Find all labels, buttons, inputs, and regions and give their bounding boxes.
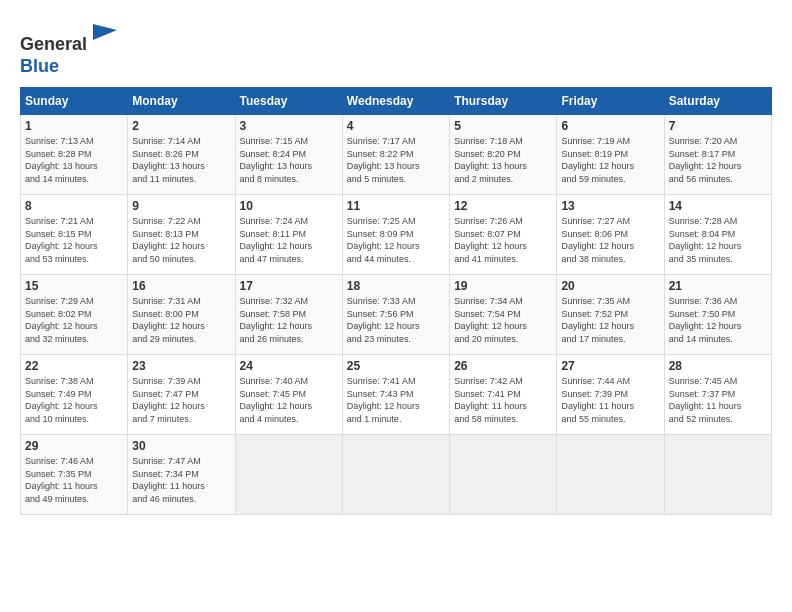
header-day-wednesday: Wednesday (342, 88, 449, 115)
day-info: Sunrise: 7:31 AMSunset: 8:00 PMDaylight:… (132, 295, 230, 345)
day-info: Sunrise: 7:33 AMSunset: 7:56 PMDaylight:… (347, 295, 445, 345)
logo-general: General (20, 34, 87, 54)
day-number: 2 (132, 119, 230, 133)
day-number: 17 (240, 279, 338, 293)
day-number: 27 (561, 359, 659, 373)
day-number: 20 (561, 279, 659, 293)
calendar-cell (450, 435, 557, 515)
logo: General Blue (20, 20, 119, 77)
day-info: Sunrise: 7:15 AMSunset: 8:24 PMDaylight:… (240, 135, 338, 185)
calendar-cell: 6Sunrise: 7:19 AMSunset: 8:19 PMDaylight… (557, 115, 664, 195)
day-info: Sunrise: 7:39 AMSunset: 7:47 PMDaylight:… (132, 375, 230, 425)
calendar-cell (557, 435, 664, 515)
day-number: 16 (132, 279, 230, 293)
day-info: Sunrise: 7:19 AMSunset: 8:19 PMDaylight:… (561, 135, 659, 185)
calendar-cell: 22Sunrise: 7:38 AMSunset: 7:49 PMDayligh… (21, 355, 128, 435)
day-number: 12 (454, 199, 552, 213)
calendar-body: 1Sunrise: 7:13 AMSunset: 8:28 PMDaylight… (21, 115, 772, 515)
day-number: 24 (240, 359, 338, 373)
day-number: 1 (25, 119, 123, 133)
day-info: Sunrise: 7:25 AMSunset: 8:09 PMDaylight:… (347, 215, 445, 265)
day-info: Sunrise: 7:22 AMSunset: 8:13 PMDaylight:… (132, 215, 230, 265)
calendar-cell: 26Sunrise: 7:42 AMSunset: 7:41 PMDayligh… (450, 355, 557, 435)
calendar-cell: 9Sunrise: 7:22 AMSunset: 8:13 PMDaylight… (128, 195, 235, 275)
day-info: Sunrise: 7:26 AMSunset: 8:07 PMDaylight:… (454, 215, 552, 265)
calendar-cell: 11Sunrise: 7:25 AMSunset: 8:09 PMDayligh… (342, 195, 449, 275)
day-info: Sunrise: 7:41 AMSunset: 7:43 PMDaylight:… (347, 375, 445, 425)
day-number: 13 (561, 199, 659, 213)
day-info: Sunrise: 7:21 AMSunset: 8:15 PMDaylight:… (25, 215, 123, 265)
header-day-saturday: Saturday (664, 88, 771, 115)
day-number: 6 (561, 119, 659, 133)
day-info: Sunrise: 7:44 AMSunset: 7:39 PMDaylight:… (561, 375, 659, 425)
calendar-cell: 30Sunrise: 7:47 AMSunset: 7:34 PMDayligh… (128, 435, 235, 515)
day-number: 21 (669, 279, 767, 293)
day-number: 26 (454, 359, 552, 373)
day-number: 11 (347, 199, 445, 213)
header: General Blue (20, 20, 772, 77)
week-row-1: 1Sunrise: 7:13 AMSunset: 8:28 PMDaylight… (21, 115, 772, 195)
day-number: 14 (669, 199, 767, 213)
calendar-cell: 21Sunrise: 7:36 AMSunset: 7:50 PMDayligh… (664, 275, 771, 355)
day-info: Sunrise: 7:34 AMSunset: 7:54 PMDaylight:… (454, 295, 552, 345)
day-number: 23 (132, 359, 230, 373)
day-info: Sunrise: 7:28 AMSunset: 8:04 PMDaylight:… (669, 215, 767, 265)
day-info: Sunrise: 7:29 AMSunset: 8:02 PMDaylight:… (25, 295, 123, 345)
header-day-sunday: Sunday (21, 88, 128, 115)
header-day-friday: Friday (557, 88, 664, 115)
svg-marker-0 (93, 24, 117, 40)
day-number: 30 (132, 439, 230, 453)
calendar-header: SundayMondayTuesdayWednesdayThursdayFrid… (21, 88, 772, 115)
week-row-3: 15Sunrise: 7:29 AMSunset: 8:02 PMDayligh… (21, 275, 772, 355)
calendar-cell (342, 435, 449, 515)
week-row-5: 29Sunrise: 7:46 AMSunset: 7:35 PMDayligh… (21, 435, 772, 515)
calendar-cell: 13Sunrise: 7:27 AMSunset: 8:06 PMDayligh… (557, 195, 664, 275)
day-number: 18 (347, 279, 445, 293)
calendar-cell: 18Sunrise: 7:33 AMSunset: 7:56 PMDayligh… (342, 275, 449, 355)
calendar-cell: 4Sunrise: 7:17 AMSunset: 8:22 PMDaylight… (342, 115, 449, 195)
day-number: 28 (669, 359, 767, 373)
day-info: Sunrise: 7:36 AMSunset: 7:50 PMDaylight:… (669, 295, 767, 345)
day-info: Sunrise: 7:42 AMSunset: 7:41 PMDaylight:… (454, 375, 552, 425)
day-number: 19 (454, 279, 552, 293)
calendar-cell: 19Sunrise: 7:34 AMSunset: 7:54 PMDayligh… (450, 275, 557, 355)
day-number: 22 (25, 359, 123, 373)
calendar-table: SundayMondayTuesdayWednesdayThursdayFrid… (20, 87, 772, 515)
day-number: 29 (25, 439, 123, 453)
day-info: Sunrise: 7:20 AMSunset: 8:17 PMDaylight:… (669, 135, 767, 185)
calendar-cell (664, 435, 771, 515)
header-day-thursday: Thursday (450, 88, 557, 115)
day-number: 3 (240, 119, 338, 133)
day-info: Sunrise: 7:35 AMSunset: 7:52 PMDaylight:… (561, 295, 659, 345)
header-day-monday: Monday (128, 88, 235, 115)
week-row-2: 8Sunrise: 7:21 AMSunset: 8:15 PMDaylight… (21, 195, 772, 275)
day-info: Sunrise: 7:18 AMSunset: 8:20 PMDaylight:… (454, 135, 552, 185)
calendar-cell: 5Sunrise: 7:18 AMSunset: 8:20 PMDaylight… (450, 115, 557, 195)
calendar-cell: 24Sunrise: 7:40 AMSunset: 7:45 PMDayligh… (235, 355, 342, 435)
calendar-cell: 8Sunrise: 7:21 AMSunset: 8:15 PMDaylight… (21, 195, 128, 275)
day-info: Sunrise: 7:40 AMSunset: 7:45 PMDaylight:… (240, 375, 338, 425)
header-row: SundayMondayTuesdayWednesdayThursdayFrid… (21, 88, 772, 115)
calendar-cell: 7Sunrise: 7:20 AMSunset: 8:17 PMDaylight… (664, 115, 771, 195)
calendar-cell: 29Sunrise: 7:46 AMSunset: 7:35 PMDayligh… (21, 435, 128, 515)
day-number: 10 (240, 199, 338, 213)
header-day-tuesday: Tuesday (235, 88, 342, 115)
calendar-cell: 20Sunrise: 7:35 AMSunset: 7:52 PMDayligh… (557, 275, 664, 355)
logo-flag-icon (89, 20, 119, 50)
day-info: Sunrise: 7:32 AMSunset: 7:58 PMDaylight:… (240, 295, 338, 345)
day-info: Sunrise: 7:14 AMSunset: 8:26 PMDaylight:… (132, 135, 230, 185)
calendar-cell: 1Sunrise: 7:13 AMSunset: 8:28 PMDaylight… (21, 115, 128, 195)
calendar-cell: 14Sunrise: 7:28 AMSunset: 8:04 PMDayligh… (664, 195, 771, 275)
calendar-cell: 3Sunrise: 7:15 AMSunset: 8:24 PMDaylight… (235, 115, 342, 195)
day-info: Sunrise: 7:46 AMSunset: 7:35 PMDaylight:… (25, 455, 123, 505)
day-info: Sunrise: 7:45 AMSunset: 7:37 PMDaylight:… (669, 375, 767, 425)
logo-blue-text: Blue (20, 56, 119, 78)
day-number: 4 (347, 119, 445, 133)
day-info: Sunrise: 7:27 AMSunset: 8:06 PMDaylight:… (561, 215, 659, 265)
day-number: 7 (669, 119, 767, 133)
calendar-cell: 12Sunrise: 7:26 AMSunset: 8:07 PMDayligh… (450, 195, 557, 275)
calendar-cell: 17Sunrise: 7:32 AMSunset: 7:58 PMDayligh… (235, 275, 342, 355)
calendar-cell (235, 435, 342, 515)
day-info: Sunrise: 7:13 AMSunset: 8:28 PMDaylight:… (25, 135, 123, 185)
day-number: 15 (25, 279, 123, 293)
